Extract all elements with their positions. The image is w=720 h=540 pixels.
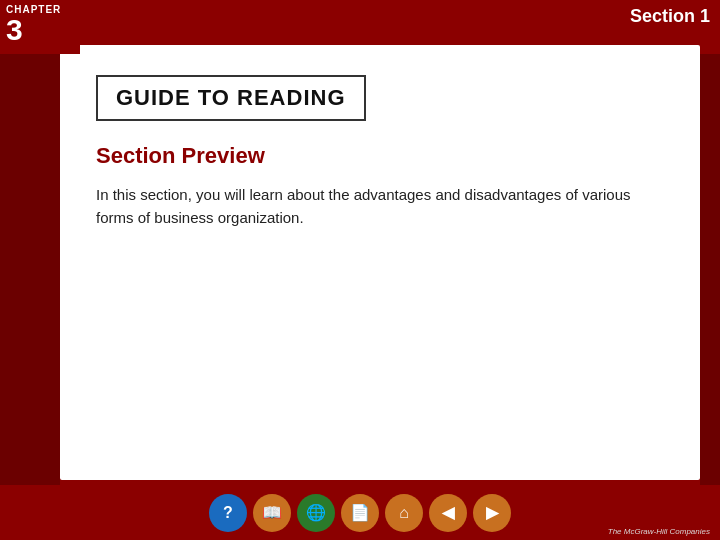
book-button[interactable]: 📖	[253, 494, 291, 532]
question-button[interactable]: ?	[209, 494, 247, 532]
section-preview-title: Section Preview	[96, 143, 664, 169]
chapter-number: 3	[6, 15, 23, 45]
forward-button[interactable]: ▶	[473, 494, 511, 532]
body-text: In this section, you will learn about th…	[96, 183, 664, 230]
guide-to-reading-box: GUIDE TO READING	[96, 75, 366, 121]
doc-button[interactable]: 📄	[341, 494, 379, 532]
main-content: GUIDE TO READING Section Preview In this…	[60, 45, 700, 480]
home-button[interactable]: ⌂	[385, 494, 423, 532]
section-label: Section 1	[630, 6, 710, 27]
globe-button[interactable]: 🌐	[297, 494, 335, 532]
left-strip	[0, 54, 60, 485]
guide-title: GUIDE TO READING	[116, 85, 346, 110]
right-strip	[700, 54, 720, 485]
brand-label: The McGraw-Hill Companies	[608, 527, 710, 536]
chapter-badge: CHAPTER 3	[0, 0, 80, 54]
back-button[interactable]: ◀	[429, 494, 467, 532]
